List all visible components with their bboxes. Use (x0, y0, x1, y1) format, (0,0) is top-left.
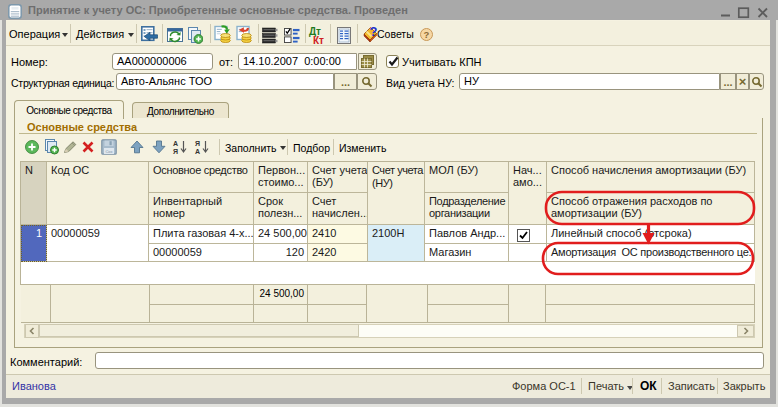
svg-text:А: А (195, 148, 200, 155)
svg-text:Я: Я (195, 140, 200, 147)
svg-text:?: ? (424, 29, 430, 40)
svg-text:А: А (173, 140, 178, 147)
svg-text:Я: Я (173, 148, 178, 155)
svg-text:Сох: Сох (105, 149, 112, 154)
